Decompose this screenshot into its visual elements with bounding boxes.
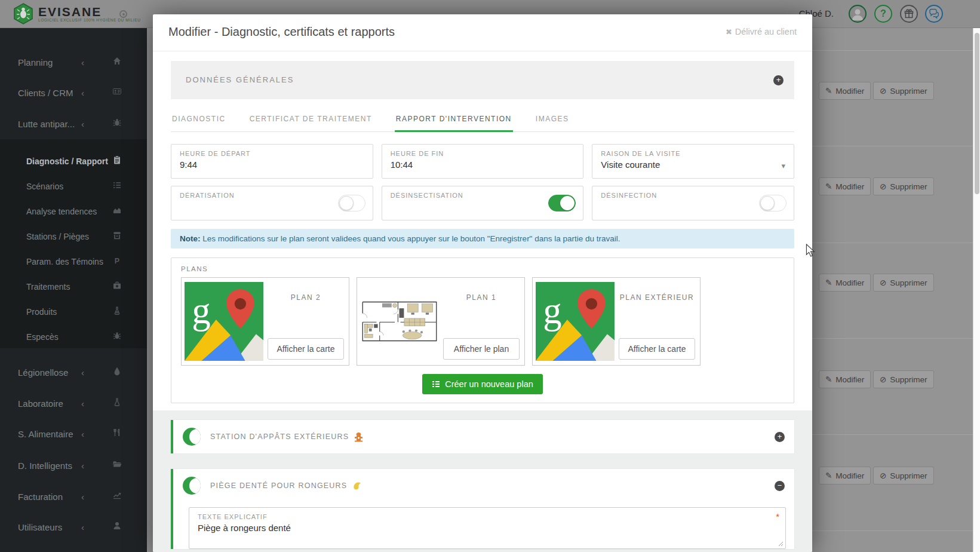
- note-prefix: Note:: [180, 234, 201, 243]
- field-label: RAISON DE LA VISITE: [601, 150, 785, 157]
- plan-title: PLAN 1: [442, 293, 521, 302]
- sidebar-item-label: Laboratoire: [18, 398, 63, 409]
- sidebar-item-label: Facturation: [18, 492, 63, 502]
- ban-icon: ⊘: [880, 375, 886, 384]
- sidebar-collapse-icon[interactable]: [119, 10, 127, 18]
- modal-header: Modifier - Diagnostic, certificats et ra…: [153, 14, 812, 51]
- sidebar: Planning ‹ Clients / CRM ‹ Lutte antipar…: [0, 28, 147, 552]
- background-divider: [804, 338, 980, 339]
- sidebar-item-facturation[interactable]: Facturation ‹: [0, 481, 147, 512]
- edit-row-button[interactable]: ✎Modifier: [819, 370, 871, 388]
- sidebar-item-param-temoins[interactable]: Param. des Témoins P: [0, 249, 147, 274]
- sidebar-item-label: Produits: [26, 307, 57, 317]
- desinfection-toggle[interactable]: [759, 195, 787, 211]
- deliver-to-client-button[interactable]: ✖Délivré au client: [726, 27, 797, 36]
- station-appats-section: STATION D'APPÂTS EXTÉRIEURS +: [171, 420, 794, 453]
- sidebar-item-label: Traitements: [26, 282, 70, 292]
- delete-row-button[interactable]: ⊘Supprimer: [873, 177, 934, 195]
- show-plan-button[interactable]: Afficher le plan: [443, 338, 520, 360]
- desinsectisation-toggle[interactable]: [548, 195, 576, 211]
- tab-certificat-traitement[interactable]: CERTIFICAT DE TRAITEMENT: [248, 115, 373, 131]
- chevron-down-icon: ▾: [781, 161, 785, 170]
- help-button[interactable]: ?: [874, 5, 892, 23]
- google-maps-thumbnail: g: [185, 281, 263, 362]
- utensils-icon: [112, 428, 122, 440]
- deratisation-toggle[interactable]: [338, 195, 365, 211]
- delete-row-button[interactable]: ⊘Supprimer: [873, 82, 934, 100]
- toggle-label: DÉSINSECTISATION: [391, 192, 575, 199]
- edit-row-button[interactable]: ✎Modifier: [819, 82, 871, 100]
- ban-icon: ⊘: [880, 471, 886, 480]
- chat-button[interactable]: [925, 5, 943, 23]
- delete-row-button[interactable]: ⊘Supprimer: [873, 274, 934, 292]
- chevron-left-icon: ‹: [81, 429, 84, 439]
- plan-title: PLAN 2: [266, 293, 345, 302]
- sidebar-item-analyse-tendences[interactable]: Analyse tendences: [0, 199, 147, 224]
- letter-p-icon: P: [112, 256, 122, 268]
- edit-row-button[interactable]: ✎Modifier: [819, 274, 871, 292]
- delete-row-button[interactable]: ⊘Supprimer: [873, 370, 934, 388]
- user-avatar[interactable]: [849, 5, 867, 23]
- folder-open-icon: [112, 459, 122, 471]
- sections-area: STATION D'APPÂTS EXTÉRIEURS +: [153, 410, 812, 552]
- floor-plan-thumbnail: [360, 281, 439, 362]
- sidebar-item-label: Planning: [18, 57, 53, 68]
- edit-row-button[interactable]: ✎Modifier: [819, 177, 871, 195]
- texte-explicatif-field[interactable]: TEXTE EXPLICATIF * Piège à rongeurs dent…: [189, 507, 786, 549]
- person-icon: [850, 6, 865, 22]
- evisane-hexagon-bug-icon: [13, 3, 33, 24]
- tab-rapport-intervention[interactable]: RAPPORT D'INTERVENTION: [395, 115, 513, 132]
- scrollbar[interactable]: [973, 28, 980, 552]
- collapse-minus-icon[interactable]: −: [775, 481, 785, 491]
- expand-plus-icon[interactable]: +: [773, 75, 784, 85]
- sidebar-item-stations-pieges[interactable]: Stations / Pièges: [0, 224, 147, 249]
- station-appats-toggle[interactable]: [183, 428, 201, 446]
- section-label: STATION D'APPÂTS EXTÉRIEURS: [210, 433, 349, 441]
- flask-icon: [112, 397, 122, 409]
- show-map-button[interactable]: Afficher la carte: [619, 338, 695, 360]
- tab-diagnostic[interactable]: DIAGNOSTIC: [171, 115, 227, 131]
- general-data-section-header[interactable]: DONNÉES GÉNÉRALES +: [171, 61, 794, 99]
- show-map-button[interactable]: Afficher la carte: [268, 338, 344, 360]
- start-time-field[interactable]: HEURE DE DÉPART 9:44: [171, 144, 373, 179]
- list-icon: [432, 381, 440, 388]
- line-chart-icon: [112, 490, 122, 502]
- scrollbar-thumb[interactable]: [975, 33, 979, 194]
- expand-plus-icon[interactable]: +: [775, 432, 785, 442]
- sidebar-item-lutte-antiparasitaire[interactable]: Lutte antipar... ‹: [0, 108, 147, 139]
- background-divider: [804, 50, 980, 51]
- tab-images[interactable]: IMAGES: [534, 115, 570, 131]
- sidebar-item-securite-alimentaire[interactable]: S. Alimentaire ‹: [0, 418, 147, 449]
- sidebar-item-scenarios[interactable]: Scénarios: [0, 174, 147, 199]
- edit-row-button[interactable]: ✎Modifier: [819, 467, 871, 484]
- visit-reason-select[interactable]: RAISON DE LA VISITE Visite courante ▾: [592, 144, 794, 179]
- sidebar-item-planning[interactable]: Planning ‹: [0, 47, 147, 78]
- delete-row-button[interactable]: ⊘Supprimer: [873, 467, 934, 484]
- create-new-plan-button[interactable]: Créer un nouveau plan: [422, 374, 543, 394]
- sidebar-item-traitements[interactable]: Traitements: [0, 274, 147, 299]
- modal-tabs: DIAGNOSTIC CERTIFICAT DE TRAITEMENT RAPP…: [171, 115, 794, 132]
- piege-dente-toggle[interactable]: [183, 477, 201, 495]
- sidebar-item-legionellose[interactable]: Légionellose ‹: [0, 357, 147, 388]
- resize-handle-icon[interactable]: [778, 541, 784, 547]
- note-text: Les modifications sur le plan seront val…: [202, 234, 620, 243]
- chevron-left-icon: ‹: [81, 522, 84, 532]
- field-value: 9:44: [180, 160, 364, 170]
- sidebar-item-laboratoire[interactable]: Laboratoire ‹: [0, 388, 147, 419]
- sidebar-item-dispositifs-intelligents[interactable]: D. Intelligents ‹: [0, 450, 147, 481]
- chevron-left-icon: ‹: [81, 88, 84, 98]
- pencil-icon: ✎: [825, 86, 832, 96]
- end-time-field[interactable]: HEURE DE FIN 10:44: [382, 144, 584, 179]
- sidebar-item-especes[interactable]: Especès: [0, 324, 147, 349]
- sidebar-item-label: Scénarios: [26, 182, 63, 191]
- sidebar-item-produits[interactable]: Produits: [0, 299, 147, 324]
- ban-icon: ⊘: [880, 182, 886, 191]
- required-asterisk: *: [776, 511, 779, 522]
- gift-button[interactable]: [900, 5, 918, 23]
- sidebar-item-utilisateurs[interactable]: Utilisateurs ‹: [0, 511, 147, 542]
- desinsectisation-toggle-box: DÉSINSECTISATION: [382, 186, 584, 220]
- sidebar-item-clients-crm[interactable]: Clients / CRM ‹: [0, 77, 147, 108]
- sidebar-item-diagnostic-rapport[interactable]: Diagnostic / Rapport: [0, 149, 147, 174]
- sidebar-item-label: Analyse tendences: [26, 207, 97, 216]
- svg-text:g: g: [192, 290, 210, 332]
